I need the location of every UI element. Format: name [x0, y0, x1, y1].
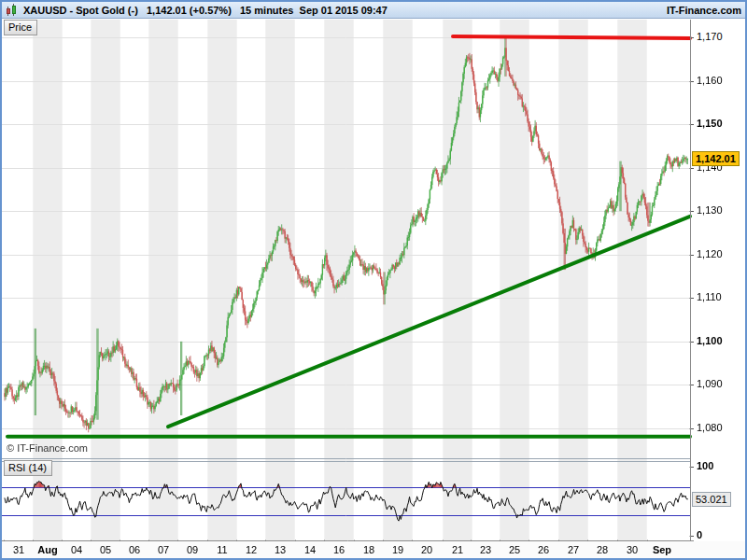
price-tick-label: 1,130: [697, 204, 723, 216]
rsi-panel-tab[interactable]: RSI (14): [4, 460, 52, 476]
date-tick-label: 09: [187, 544, 198, 555]
date-tick-label: 13: [275, 544, 286, 555]
quote-text: 1,142.01 (+0.57%): [147, 5, 232, 16]
date-tick-label: 26: [538, 544, 549, 555]
price-tick-label: 1,090: [697, 378, 723, 389]
datetime-label: Sep 01 2015 09:47: [300, 5, 388, 16]
chart-header: XAUUSD - Spot Gold (-) 1,142.01 (+0.57%)…: [2, 2, 745, 19]
date-tick-label: 11: [217, 544, 227, 555]
date-tick-label: 21: [452, 544, 463, 555]
date-tick-label: Sep: [653, 544, 671, 555]
candlestick-icon: [5, 4, 20, 17]
date-tick-label: 05: [100, 544, 111, 555]
date-tick-label: 18: [363, 544, 374, 555]
date-tick-label: Aug: [37, 544, 57, 555]
rsi-tick-label: 0: [697, 529, 702, 540]
date-tick-label: 20: [421, 544, 432, 555]
date-tick-label: 27: [568, 544, 579, 555]
date-tick-label: 06: [129, 544, 140, 555]
date-tick-label: 28: [597, 544, 608, 555]
last-price-badge: 1,142.01: [692, 151, 740, 166]
date-tick-label: 31: [13, 544, 24, 555]
date-tick-label: 19: [392, 544, 403, 555]
date-tick-label: 07: [158, 544, 169, 555]
date-tick-label: 14: [304, 544, 316, 555]
price-tick-label: 1,120: [697, 248, 723, 259]
price-tick-label: 1,160: [697, 75, 723, 86]
rsi-tick-label: 100: [697, 460, 713, 471]
price-panel-tab[interactable]: Price: [4, 20, 37, 35]
price-tick-label: 1,080: [697, 422, 723, 433]
copyright-watermark: © IT-Finance.com: [7, 442, 88, 454]
date-tick-label: 25: [509, 544, 520, 555]
price-tick-label: 1,150: [697, 118, 723, 129]
last-quote: [138, 5, 147, 16]
chart-canvas[interactable]: [2, 20, 694, 559]
price-tick-label: 1,100: [697, 335, 723, 346]
date-tick-label: 23: [480, 544, 491, 555]
date-tick-label: 16: [333, 544, 345, 555]
symbol-title: XAUUSD - Spot Gold (-): [23, 5, 138, 16]
date-tick-label: 12: [246, 544, 257, 555]
y-axis-line: [690, 20, 691, 540]
chart-window: XAUUSD - Spot Gold (-) 1,142.01 (+0.57%)…: [0, 0, 747, 560]
date-tick-label: 30: [627, 544, 638, 555]
price-tick-label: 1,110: [697, 291, 722, 302]
brand-label: IT-Finance.com: [667, 5, 741, 16]
price-tick-label: 1,170: [697, 31, 723, 42]
rsi-value-badge: 53.021: [692, 492, 731, 507]
date-tick-label: 04: [71, 544, 82, 555]
timeframe-label: 15 minutes: [240, 5, 293, 16]
